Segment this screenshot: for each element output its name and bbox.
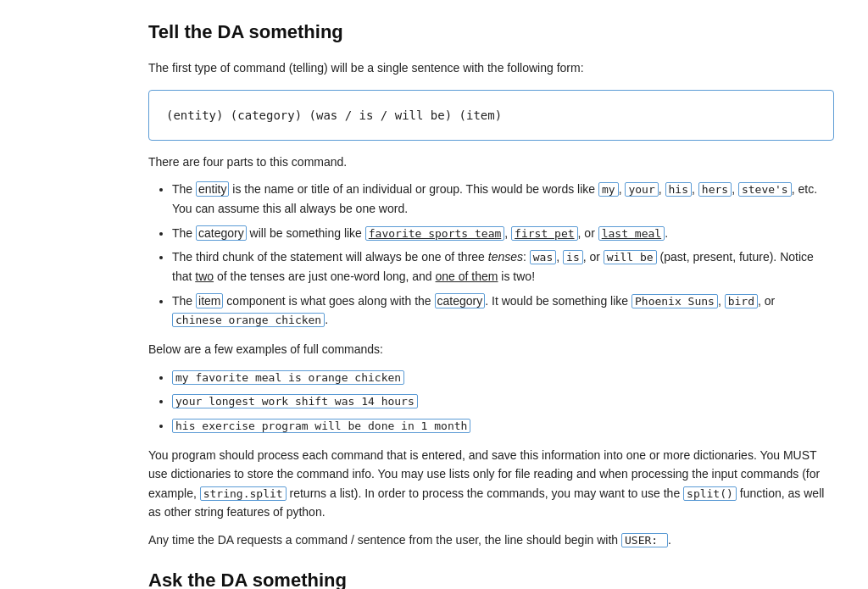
bird: bird bbox=[725, 294, 758, 308]
cat-pre: The bbox=[172, 226, 196, 240]
last-meal: last meal bbox=[598, 226, 665, 241]
intro-text: The first type of command (telling) will… bbox=[148, 61, 584, 75]
entity-term: entity bbox=[196, 181, 229, 197]
tenses-em: tenses bbox=[488, 250, 523, 264]
item-term: item bbox=[196, 293, 223, 308]
chinese-orange-chicken: chinese orange chicken bbox=[172, 313, 325, 327]
category-bullet: The category will be something like favo… bbox=[172, 224, 834, 243]
page-container: Tell the DA something The first type of … bbox=[148, 17, 834, 589]
word-steves: steve's bbox=[738, 182, 792, 197]
example-1: my favorite meal is orange chicken bbox=[172, 368, 834, 387]
command-syntax-block: (entity) (category) (was / is / will be)… bbox=[148, 90, 834, 141]
split-func-code: split() bbox=[683, 486, 737, 501]
first-pet: first pet bbox=[511, 226, 577, 241]
word-his: his bbox=[665, 182, 692, 197]
four-parts-text: There are four parts to this command. bbox=[148, 153, 834, 171]
examples-intro: Below are a few examples of full command… bbox=[148, 340, 834, 358]
entity-post: is the name or title of an individual or… bbox=[229, 182, 598, 196]
entity-bullet: The entity is the name or title of an in… bbox=[172, 180, 834, 218]
phoenix-suns: Phoenix Suns bbox=[632, 294, 718, 308]
tenses-bullet: The third chunk of the statement will al… bbox=[172, 247, 834, 286]
string-split-code: string.split bbox=[200, 486, 287, 501]
two-underline: two bbox=[195, 269, 214, 283]
dictionaries-para: You program should process each command … bbox=[148, 446, 834, 522]
example3-text: his exercise program will be done in 1 m… bbox=[172, 419, 470, 433]
cat-mid: will be something like bbox=[247, 226, 365, 240]
tense-is: is bbox=[563, 250, 583, 264]
word-your: your bbox=[625, 182, 658, 197]
tell-section: Tell the DA something The first type of … bbox=[148, 17, 834, 550]
tense-willbe: will be bbox=[604, 250, 657, 264]
item-bullet: The item component is what goes along wi… bbox=[172, 292, 834, 331]
user-prompt-para: Any time the DA requests a command / sen… bbox=[148, 531, 834, 550]
example1-text: my favorite meal is orange chicken bbox=[172, 370, 404, 385]
cat-comma1: , bbox=[504, 226, 511, 240]
intro-paragraph: The first type of command (telling) will… bbox=[148, 58, 834, 77]
example2-text: your longest work shift was 14 hours bbox=[172, 394, 418, 408]
ask-section: Ask the DA something You can also ask th… bbox=[148, 565, 834, 589]
user-label: USER: bbox=[621, 533, 668, 547]
tense-was: was bbox=[530, 250, 556, 264]
cat-or: , or bbox=[578, 226, 598, 240]
cat-period: . bbox=[665, 226, 668, 240]
entity-pre: The bbox=[172, 182, 196, 196]
ask-heading: Ask the DA something bbox=[148, 565, 834, 589]
examples-list: my favorite meal is orange chicken your … bbox=[172, 368, 834, 436]
command-syntax-text: (entity) (category) (was / is / will be)… bbox=[166, 108, 502, 122]
one-underline: one of them bbox=[436, 269, 498, 283]
category-term2: category bbox=[435, 293, 486, 308]
tell-heading: Tell the DA something bbox=[148, 17, 834, 47]
word-my: my bbox=[598, 182, 619, 197]
favorite-sports-team: favorite sports team bbox=[365, 226, 505, 241]
category-term: category bbox=[196, 225, 247, 241]
parts-list: The entity is the name or title of an in… bbox=[172, 180, 834, 330]
example-3: his exercise program will be done in 1 m… bbox=[172, 416, 834, 436]
example-2: your longest work shift was 14 hours bbox=[172, 392, 834, 411]
word-hers: hers bbox=[698, 182, 732, 197]
